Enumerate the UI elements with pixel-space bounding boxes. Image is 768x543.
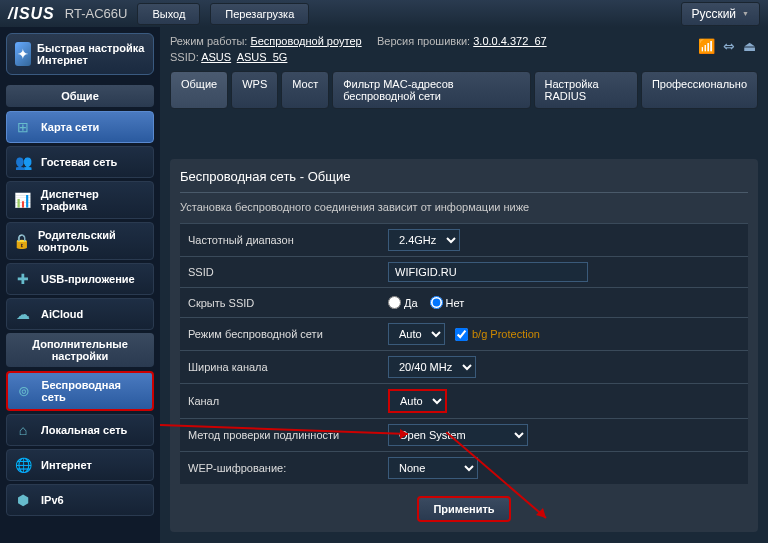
mode-link[interactable]: Беспроводной роутер [250, 35, 361, 47]
wifi-icon: ⊚ [14, 382, 34, 400]
radio-yes[interactable]: Да [388, 296, 418, 309]
language-select[interactable]: Русский [681, 2, 760, 26]
users-icon: 👥 [13, 153, 33, 171]
nav-label: Локальная сеть [41, 424, 127, 436]
nav-ipv6[interactable]: ⬢IPv6 [6, 484, 154, 516]
section-general: Общие [6, 85, 154, 107]
tab-wps[interactable]: WPS [231, 71, 278, 109]
row-ssid: SSID [180, 256, 748, 287]
top-icons: 📶 ⇔ ⏏ [698, 38, 756, 54]
brand-logo: /ISUS [8, 5, 55, 23]
chart-icon: 📊 [13, 191, 33, 209]
model-label: RT-AC66U [65, 6, 128, 21]
settings-panel: Беспроводная сеть - Общие Установка бесп… [170, 159, 758, 532]
channel-select[interactable]: Auto [388, 389, 447, 413]
panel-title: Беспроводная сеть - Общие [180, 169, 748, 184]
nav-label: Беспроводная сеть [42, 379, 146, 403]
wand-icon: ✦ [15, 42, 31, 66]
tab-general[interactable]: Общие [170, 71, 228, 109]
language-label: Русский [692, 7, 737, 21]
nav-label: Родительский контроль [38, 229, 147, 253]
apply-button[interactable]: Применить [417, 496, 510, 522]
tab-pro[interactable]: Профессионально [641, 71, 758, 109]
nav-aicloud[interactable]: ☁AiCloud [6, 298, 154, 330]
eject-icon[interactable]: ⏏ [743, 38, 756, 54]
home-icon: ⌂ [13, 421, 33, 439]
network-icon: ⊞ [13, 118, 33, 136]
nav-label: Диспетчер трафика [41, 188, 147, 212]
row-auth: Метод проверки подлинности Open System [180, 418, 748, 451]
tab-bridge[interactable]: Мост [281, 71, 329, 109]
sidebar: ✦ Быстрая настройка Интернет Общие ⊞Карт… [0, 27, 160, 543]
ssid2-link[interactable]: ASUS_5G [237, 51, 288, 63]
logout-button[interactable]: Выход [137, 3, 200, 25]
bg-prot-label: b/g Protection [472, 328, 540, 340]
nav-usb-app[interactable]: ✚USB-приложение [6, 263, 154, 295]
nav-guest-network[interactable]: 👥Гостевая сеть [6, 146, 154, 178]
content-area: Режим работы: Беспроводной роутер Версия… [160, 27, 768, 543]
nav-label: Карта сети [41, 121, 99, 133]
nav-lan[interactable]: ⌂Локальная сеть [6, 414, 154, 446]
nav-traffic-manager[interactable]: 📊Диспетчер трафика [6, 181, 154, 219]
wep-select[interactable]: None [388, 457, 478, 479]
nav-wan[interactable]: 🌐Интернет [6, 449, 154, 481]
ssid-label: SSID [188, 266, 388, 278]
section-advanced: Дополнительные настройки [6, 333, 154, 367]
wifi-status-icon[interactable]: 📶 [698, 38, 715, 54]
row-wep: WEP-шифрование: None [180, 451, 748, 484]
row-wireless-mode: Режим беспроводной сети Auto b/g Protect… [180, 317, 748, 350]
nav-network-map[interactable]: ⊞Карта сети [6, 111, 154, 143]
fw-link[interactable]: 3.0.0.4.372_67 [473, 35, 546, 47]
band-label: Частотный диапазон [188, 234, 388, 246]
nav-parental-control[interactable]: 🔒Родительский контроль [6, 222, 154, 260]
panel-desc: Установка беспроводного соединения завис… [180, 201, 748, 213]
wmode-select[interactable]: Auto [388, 323, 445, 345]
separator [180, 192, 748, 193]
quick-setup-label: Быстрая настройка Интернет [37, 42, 145, 66]
ssid1-link[interactable]: ASUS [201, 51, 231, 63]
tabs: Общие WPS Мост Фильтр MAC-адресов беспро… [170, 71, 758, 109]
ipv6-icon: ⬢ [13, 491, 33, 509]
hide-ssid-label: Скрыть SSID [188, 297, 388, 309]
no-label: Нет [446, 297, 465, 309]
nav-wireless[interactable]: ⊚Беспроводная сеть [6, 371, 154, 411]
ssid-bar: SSID: ASUS ASUS_5G [170, 51, 758, 63]
nav-label: IPv6 [41, 494, 64, 506]
globe-icon: 🌐 [13, 456, 33, 474]
channel-label: Канал [188, 395, 388, 407]
tab-radius[interactable]: Настройка RADIUS [534, 71, 638, 109]
puzzle-icon: ✚ [13, 270, 33, 288]
width-label: Ширина канала [188, 361, 388, 373]
auth-select[interactable]: Open System [388, 424, 528, 446]
band-select[interactable]: 2.4GHz [388, 229, 460, 251]
row-band: Частотный диапазон 2.4GHz [180, 223, 748, 256]
bg-protection-check[interactable]: b/g Protection [455, 328, 540, 341]
ssid-prefix: SSID: [170, 51, 201, 63]
lock-icon: 🔒 [13, 232, 30, 250]
nav-label: Гостевая сеть [41, 156, 117, 168]
top-bar: /ISUS RT-AC66U Выход Перезагрузка Русски… [0, 0, 768, 27]
info-bar: Режим работы: Беспроводной роутер Версия… [170, 35, 758, 47]
wmode-label: Режим беспроводной сети [188, 328, 388, 340]
ssid-input[interactable] [388, 262, 588, 282]
nav-label: USB-приложение [41, 273, 135, 285]
quick-setup-button[interactable]: ✦ Быстрая настройка Интернет [6, 33, 154, 75]
auth-label: Метод проверки подлинности [188, 429, 388, 441]
row-channel-width: Ширина канала 20/40 MHz [180, 350, 748, 383]
tab-mac-filter[interactable]: Фильтр MAC-адресов беспроводной сети [332, 71, 530, 109]
yes-label: Да [404, 297, 418, 309]
nav-label: AiCloud [41, 308, 83, 320]
apply-row: Применить [180, 496, 748, 522]
wep-label: WEP-шифрование: [188, 462, 388, 474]
reboot-button[interactable]: Перезагрузка [210, 3, 309, 25]
mode-label: Режим работы: [170, 35, 250, 47]
row-channel: Канал Auto [180, 383, 748, 418]
radio-no[interactable]: Нет [430, 296, 465, 309]
row-hide-ssid: Скрыть SSID Да Нет [180, 287, 748, 317]
fw-label: Версия прошивки: [377, 35, 473, 47]
cloud-icon: ☁ [13, 305, 33, 323]
nav-label: Интернет [41, 459, 92, 471]
usb-icon[interactable]: ⇔ [723, 38, 735, 54]
width-select[interactable]: 20/40 MHz [388, 356, 476, 378]
